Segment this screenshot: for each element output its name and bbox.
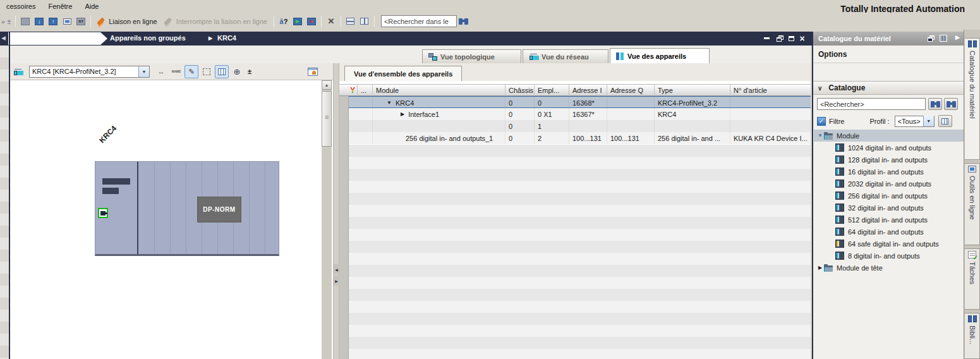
- profinet-port-icon[interactable]: [98, 208, 108, 218]
- tree-item-512[interactable]: 512 digital in- and outputs: [814, 214, 964, 226]
- device-vertical-scrollbar[interactable]: ▲: [322, 80, 332, 359]
- menu-help[interactable]: Aide: [78, 1, 105, 12]
- search-in-project-input[interactable]: [381, 15, 457, 27]
- tree-node-module[interactable]: ▼ Module: [814, 130, 964, 142]
- panel-columns-icon[interactable]: [940, 35, 947, 42]
- dots-header-cell[interactable]: ...: [358, 85, 373, 96]
- search-down-button[interactable]: [928, 98, 942, 110]
- diagnostics-button[interactable]: å?: [277, 15, 291, 28]
- clipped-plusminus-icon[interactable]: ±: [7, 18, 11, 25]
- float-panel-icon[interactable]: [928, 35, 935, 42]
- go-online-label[interactable]: Liaison en ligne: [109, 18, 157, 25]
- tree-item-128[interactable]: 128 digital in- and outputs: [814, 154, 964, 166]
- tree-node-head-module[interactable]: ▶ Module de tête: [814, 262, 964, 274]
- breadcrumb-section[interactable]: Appareils non groupés: [110, 34, 186, 42]
- expand-down-icon[interactable]: ▼: [387, 100, 392, 106]
- options-label: Options: [818, 50, 847, 59]
- menu-accessories[interactable]: cessoires: [0, 1, 42, 12]
- close-button[interactable]: ×: [797, 33, 807, 43]
- collapse-panel-icon[interactable]: ▶: [955, 34, 960, 40]
- splitter-collapse-left-button[interactable]: ◀: [334, 264, 339, 274]
- go-offline-button[interactable]: [161, 15, 175, 28]
- tree-item-32[interactable]: 32 digital in- and outputs: [814, 202, 964, 214]
- split-vertical-button[interactable]: [358, 15, 372, 28]
- col-module[interactable]: Module: [373, 85, 505, 96]
- highlight-button[interactable]: ✎: [185, 65, 198, 78]
- scroll-up-button[interactable]: ▲: [322, 80, 332, 90]
- tree-item-8[interactable]: 8 digital in- and outputs: [814, 250, 964, 262]
- catalog-search-input[interactable]: [817, 98, 926, 110]
- catalog-section-header[interactable]: ∨ Catalogue: [813, 81, 965, 95]
- runtime-button[interactable]: RT: [74, 15, 88, 28]
- split-horizontal-button[interactable]: [344, 15, 358, 28]
- menu-window[interactable]: Fenêtre: [42, 1, 78, 12]
- maximize-button[interactable]: [787, 33, 796, 43]
- zoom-level-button[interactable]: ±: [245, 65, 254, 78]
- tree-item-256[interactable]: 256 digital in- and outputs: [814, 190, 964, 202]
- panel-splitter[interactable]: ◀ ▶: [333, 63, 339, 359]
- col-addr-q[interactable]: Adresse Q: [607, 85, 655, 96]
- restore-button[interactable]: [775, 33, 785, 43]
- col-type[interactable]: Type: [655, 85, 730, 96]
- table-row-interface1[interactable]: ▶Interface1 0 0 X1 16367* KRC4: [349, 108, 811, 120]
- scrollbar-thumb[interactable]: [322, 91, 332, 147]
- clipped-icon[interactable]: »: [1, 18, 5, 25]
- tree-item-64-safe[interactable]: 64 safe digital in- and outputs: [814, 238, 964, 250]
- tab-network-view[interactable]: Vue du réseau: [523, 49, 608, 63]
- grid-button[interactable]: [200, 65, 214, 78]
- network-overview-button[interactable]: [11, 65, 25, 78]
- show-labels-button[interactable]: NAME: [169, 65, 183, 78]
- tab-topology-view[interactable]: Vue topologique: [422, 49, 521, 63]
- expand-right-icon[interactable]: ▶: [401, 111, 404, 117]
- filter-header-cell[interactable]: Y: [349, 85, 358, 96]
- table-row-krc4[interactable]: ▼KRC4 0 0 16368* KRC4-ProfiNet_3.2: [349, 96, 811, 108]
- start-cpu-button[interactable]: ▶: [291, 15, 305, 28]
- device-info-button[interactable]: [306, 65, 320, 78]
- profile-filter-button[interactable]: [938, 115, 952, 127]
- minimize-button[interactable]: [762, 33, 771, 43]
- side-tab-library[interactable]: Bibli...: [965, 313, 980, 359]
- collapse-left-button[interactable]: ◀: [0, 33, 8, 42]
- measure-button[interactable]: ↔: [154, 65, 168, 78]
- search-in-project-button[interactable]: [457, 15, 471, 28]
- table-row-256-digital[interactable]: 256 digital in- and outputs_1 0 2 100...…: [349, 132, 811, 144]
- profile-dropdown[interactable]: ▼: [923, 116, 934, 126]
- col-article[interactable]: N° d'article: [730, 85, 801, 96]
- device-selector-dropdown[interactable]: ▼: [138, 66, 149, 77]
- col-addr-i[interactable]: Adresse I: [569, 85, 607, 96]
- col-slot[interactable]: Empl...: [535, 85, 569, 96]
- device-selector[interactable]: KRC4 [KRC4-ProfiNet_3.2] ▼: [29, 66, 150, 78]
- profile-select[interactable]: <Tous> ▼: [895, 116, 935, 127]
- dp-norm-module[interactable]: DP-NORM: [197, 197, 241, 222]
- project-tree-collapsed-strip[interactable]: [0, 46, 9, 359]
- splitter-collapse-right-button[interactable]: ▶: [334, 276, 339, 286]
- search-up-button[interactable]: [944, 98, 958, 110]
- device-rack[interactable]: DP-NORM: [95, 161, 279, 256]
- stop-cpu-button[interactable]: ■: [305, 15, 318, 28]
- tab-device-view[interactable]: Vue des appareils: [610, 48, 710, 63]
- tree-item-16[interactable]: 16 digital in- and outputs: [814, 166, 964, 178]
- cross-reference-button[interactable]: ✕: [324, 15, 338, 28]
- save-project-button[interactable]: [18, 15, 32, 28]
- filter-checkbox[interactable]: ✓: [817, 117, 826, 126]
- breadcrumb-project-segment[interactable]: [8, 32, 107, 45]
- download-to-device-button[interactable]: ↓: [32, 15, 46, 28]
- side-tab-tasks[interactable]: Tâches: [965, 248, 980, 310]
- table-row-empty-slot[interactable]: 0 1: [349, 120, 811, 132]
- tree-item-2032[interactable]: 2032 digital in- and outputs: [814, 178, 964, 190]
- upload-from-device-button[interactable]: ↑: [46, 15, 60, 28]
- cell-addr-i: 100...131: [569, 132, 607, 144]
- device-canvas[interactable]: KRC4 DP-NORM: [10, 80, 322, 359]
- device-overview-panel: Vue d'ensemble des appareils Y ... Modul…: [339, 63, 811, 359]
- show-columns-button[interactable]: [215, 65, 229, 78]
- tree-item-1024[interactable]: 1024 digital in- and outputs: [814, 142, 964, 154]
- zoom-button[interactable]: ⊕: [230, 65, 244, 78]
- tree-item-64[interactable]: 64 digital in- and outputs: [814, 226, 964, 238]
- side-tab-online-tools[interactable]: Outils en ligne: [965, 163, 980, 245]
- go-online-button[interactable]: [94, 15, 107, 28]
- col-chassis[interactable]: Châssis: [505, 85, 535, 96]
- breadcrumb-current[interactable]: KRC4: [217, 34, 236, 42]
- simulation-button[interactable]: [60, 15, 74, 28]
- side-tab-catalog[interactable]: Catalogue du matériel: [965, 38, 980, 160]
- overview-tab[interactable]: Vue d'ensemble des appareils: [344, 66, 462, 81]
